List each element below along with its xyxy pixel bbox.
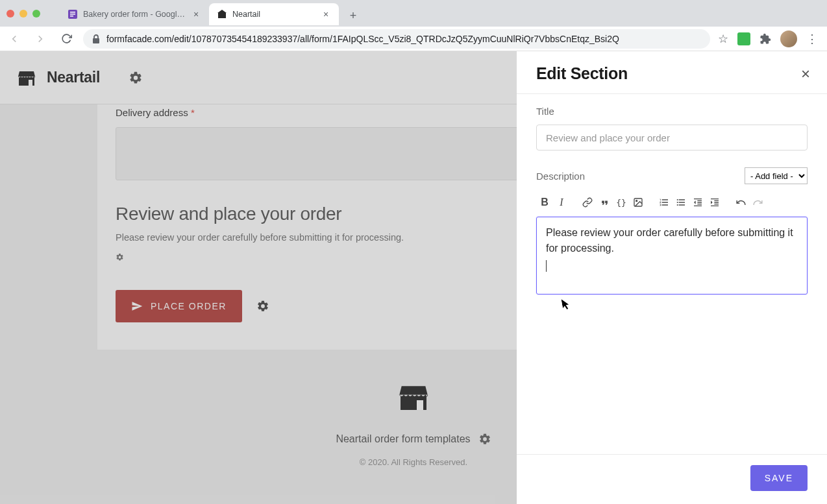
- save-button[interactable]: SAVE: [750, 465, 808, 491]
- window-minimize[interactable]: [19, 10, 27, 18]
- svg-rect-3: [70, 16, 73, 17]
- panel-title: Edit Section: [536, 64, 628, 83]
- italic-button[interactable]: I: [553, 193, 570, 211]
- edit-section-panel: Edit Section × Title Description - Add f…: [517, 51, 827, 504]
- link-button[interactable]: [579, 193, 596, 211]
- tab-google-forms[interactable]: Bakery order form - Google Fo ×: [60, 3, 209, 25]
- section-settings-icon[interactable]: [116, 253, 530, 261]
- close-icon[interactable]: ×: [801, 65, 810, 83]
- panel-body: Title Description - Add field - B I {}: [517, 94, 827, 454]
- svg-rect-8: [29, 80, 32, 86]
- redo-button[interactable]: [749, 193, 766, 211]
- svg-rect-10: [417, 400, 423, 410]
- unordered-list-button[interactable]: [673, 193, 689, 211]
- extensions-icon[interactable]: [759, 33, 771, 45]
- lock-icon: [92, 34, 100, 43]
- editor-toolbar: B I {}: [536, 191, 808, 214]
- svg-rect-1: [70, 12, 75, 13]
- browser-actions: ☆ ⋮: [718, 30, 822, 47]
- svg-point-12: [636, 200, 637, 202]
- title-label: Title: [536, 106, 808, 117]
- forward-button[interactable]: [31, 30, 49, 48]
- footer-store-icon: [397, 381, 430, 413]
- submit-row: PLACE ORDER: [116, 290, 530, 322]
- window-controls: [6, 10, 40, 18]
- window-close[interactable]: [6, 10, 14, 18]
- submit-settings-icon[interactable]: [256, 300, 269, 313]
- tab-close-icon[interactable]: ×: [191, 9, 201, 19]
- bookmark-star-icon[interactable]: ☆: [718, 32, 728, 46]
- address-bar: formfacade.com/edit/10787073545418923393…: [0, 27, 827, 51]
- form-card: Delivery address * Review and place your…: [97, 104, 548, 350]
- image-button[interactable]: [630, 193, 647, 211]
- profile-avatar[interactable]: [780, 30, 797, 47]
- browser-menu-icon[interactable]: ⋮: [806, 32, 818, 46]
- browser-chrome: Bakery order form - Google Fo × Neartail…: [0, 0, 827, 51]
- send-icon: [131, 300, 143, 312]
- description-label: Description: [536, 171, 585, 182]
- google-forms-icon: [68, 9, 78, 19]
- description-row: Description - Add field -: [536, 167, 808, 184]
- indent-button[interactable]: [706, 193, 723, 211]
- url-bar[interactable]: formfacade.com/edit/10787073545418923393…: [83, 29, 710, 49]
- svg-rect-2: [70, 14, 75, 15]
- tab-title: Bakery order form - Google Fo: [83, 10, 186, 19]
- undo-button[interactable]: [732, 193, 749, 211]
- extension-icon-1[interactable]: [737, 32, 750, 45]
- svg-rect-4: [218, 13, 226, 18]
- window-maximize[interactable]: [32, 10, 40, 18]
- tabs: Bakery order form - Google Fo × Neartail…: [60, 2, 362, 25]
- tab-close-icon[interactable]: ×: [321, 9, 331, 19]
- ordered-list-button[interactable]: [656, 193, 673, 211]
- tab-title: Neartail: [232, 10, 315, 19]
- place-order-label: PLACE ORDER: [151, 301, 227, 311]
- text-cursor: [546, 260, 547, 272]
- tab-bar: Bakery order form - Google Fo × Neartail…: [0, 0, 827, 27]
- delivery-address-input[interactable]: [116, 127, 530, 180]
- delivery-address-label: Delivery address *: [116, 104, 530, 118]
- section-description: Please review your order carefully befor…: [116, 231, 530, 244]
- store-icon: [17, 68, 36, 88]
- place-order-button[interactable]: PLACE ORDER: [116, 290, 242, 322]
- new-tab-button[interactable]: +: [344, 7, 362, 25]
- section-title: Review and place your order: [116, 204, 530, 224]
- bold-button[interactable]: B: [536, 193, 553, 211]
- panel-header: Edit Section ×: [517, 51, 827, 94]
- outdent-button[interactable]: [689, 193, 706, 211]
- svg-marker-5: [217, 10, 227, 13]
- tab-neartail[interactable]: Neartail ×: [209, 3, 339, 25]
- svg-rect-6: [93, 38, 99, 43]
- quote-button[interactable]: [596, 193, 613, 211]
- panel-footer: SAVE: [517, 454, 827, 504]
- required-star: *: [191, 107, 195, 118]
- footer-settings-icon[interactable]: [478, 433, 491, 446]
- brand-name: Neartail: [47, 69, 100, 86]
- back-button[interactable]: [5, 30, 23, 48]
- header-settings-icon[interactable]: [129, 71, 143, 85]
- description-editor[interactable]: Please review your order carefully befor…: [536, 217, 808, 294]
- code-button[interactable]: {}: [613, 193, 630, 211]
- add-field-select[interactable]: - Add field -: [745, 167, 808, 184]
- reload-button[interactable]: [57, 30, 75, 48]
- neartail-favicon: [217, 9, 227, 19]
- url-text: formfacade.com/edit/10787073545418923393…: [106, 34, 619, 44]
- title-input[interactable]: [536, 125, 808, 150]
